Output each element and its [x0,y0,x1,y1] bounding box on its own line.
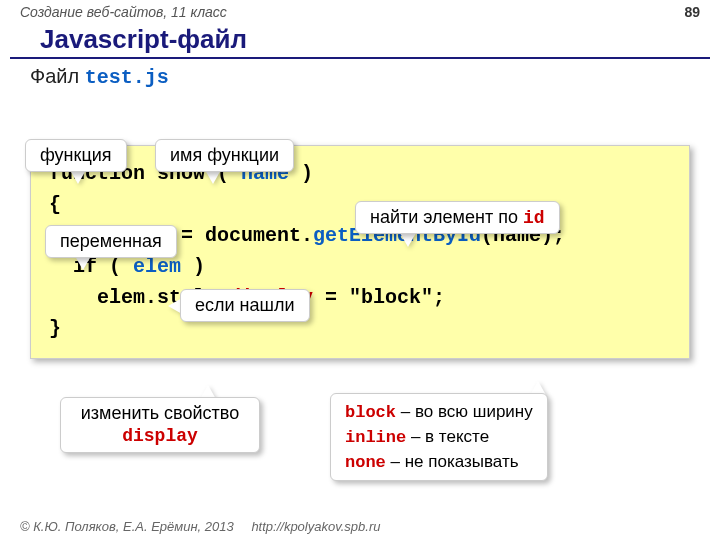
code-line-5: elem.style.display = "block"; [49,282,671,313]
footer-copyright: © К.Ю. Поляков, Е.А. Ерёмин, 2013 [20,519,234,534]
code-line-1: function show ( name ) [49,158,671,189]
legend-box: block – во всю ширину inline – в тексте … [330,393,548,481]
footer-url: http://kpolyakov.spb.ru [251,519,380,534]
subtitle-filename: test.js [85,66,169,89]
course-label: Создание веб-сайтов, 11 класс [20,4,227,20]
callout-find: найти элемент по id [355,201,560,234]
subtitle-prefix: Файл [30,65,85,87]
content-area: функция имя функции function show ( name… [0,145,720,359]
code-line-6: } [49,313,671,344]
callout-find-id: id [523,208,545,228]
callout-find-text: найти элемент по [370,207,523,227]
page-number: 89 [684,4,700,20]
callout-change-prop: изменить свойство display [60,397,260,453]
callout-funcname: имя функции [155,139,294,172]
callout-funcname-tail [205,170,221,184]
callout-change-value: display [122,426,198,446]
callout-function: функция [25,139,127,172]
header-bar: Создание веб-сайтов, 11 класс 89 [0,0,720,20]
footer: © К.Ю. Поляков, Е.А. Ерёмин, 2013 http:/… [20,519,380,534]
callout-find-tail [400,233,416,247]
legend-row-2: inline – в тексте [345,425,533,450]
callout-variable: переменная [45,225,177,258]
subtitle: Файл test.js [0,59,720,97]
legend-row-1: block – во всю ширину [345,400,533,425]
page-title: Javascript-файл [10,20,710,59]
callout-change-text: изменить свойство [81,403,239,423]
legend-row-3: none – не показывать [345,450,533,475]
callout-function-tail [70,170,86,184]
callout-variable-tail [75,256,91,270]
callout-if-found: если нашли [180,289,310,322]
